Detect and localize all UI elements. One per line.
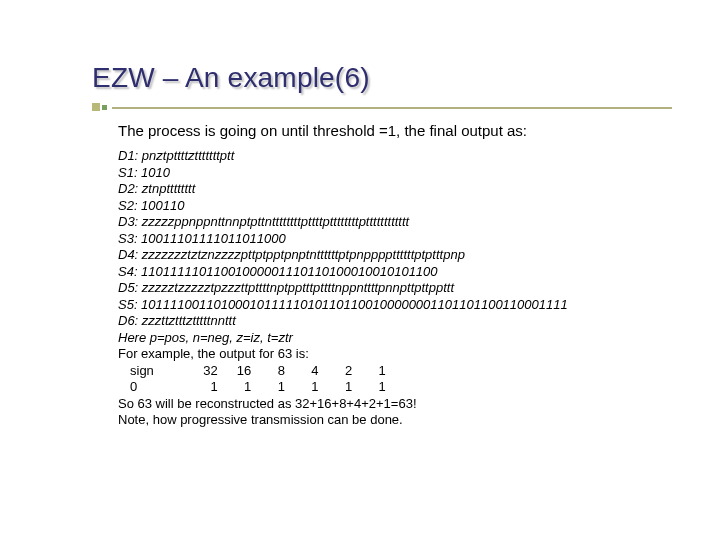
bullet-small-square-icon — [102, 105, 107, 110]
col-header: 4 — [289, 363, 319, 380]
cell: 1 — [356, 379, 386, 396]
example-recon: So 63 will be reconstructed as 32+16+8+4… — [118, 396, 568, 413]
example-table: sign 32 16 8 4 2 1 0 1 1 1 1 1 1 — [118, 363, 568, 396]
cell: 1 — [322, 379, 352, 396]
cell: 1 — [221, 379, 251, 396]
cell: 1 — [255, 379, 285, 396]
col-header: 32 — [188, 363, 218, 380]
line-here: Here p=pos, n=neg, z=iz, t=ztr — [118, 330, 568, 347]
row-label-sign: sign — [118, 363, 184, 380]
example-note: Note, how progressive transmission can b… — [118, 412, 568, 429]
slide-body: D1: pnztpttttztttttttptt S1: 1010 D2: zt… — [118, 148, 568, 429]
divider-line — [112, 107, 672, 109]
line-s1: S1: 1010 — [118, 165, 568, 182]
title-wrap: EZW – An example(6) — [92, 62, 370, 94]
line-d6: D6: zzzttztttztttttnnttt — [118, 313, 568, 330]
table-row: 0 1 1 1 1 1 1 — [118, 379, 568, 396]
line-d3: D3: zzzzzppnppnttnnptpttnttttttttpttttpt… — [118, 214, 568, 231]
line-s5: S5: 101111001101000101111101011011001000… — [118, 297, 568, 314]
table-row: sign 32 16 8 4 2 1 — [118, 363, 568, 380]
line-d5: D5: zzzzztzzzzztpzzzttpttttnptpptttptttt… — [118, 280, 568, 297]
slide-title: EZW – An example(6) — [92, 62, 370, 94]
line-d2: D2: ztnptttttttt — [118, 181, 568, 198]
bullet-square-icon — [92, 103, 100, 111]
col-header: 2 — [322, 363, 352, 380]
cell: 1 — [188, 379, 218, 396]
slide-subtitle: The process is going on until threshold … — [118, 122, 527, 139]
slide: EZW – An example(6) The process is going… — [0, 0, 720, 540]
line-s2: S2: 100110 — [118, 198, 568, 215]
col-header: 1 — [356, 363, 386, 380]
line-s3: S3: 10011101111011011000 — [118, 231, 568, 248]
line-d1: D1: pnztpttttztttttttptt — [118, 148, 568, 165]
row-label-zero: 0 — [118, 379, 184, 396]
line-d4: D4: zzzzzzztztznzzzzpttptpptpnptnttttttp… — [118, 247, 568, 264]
line-s4: S4: 110111110110010000011101101000100101… — [118, 264, 568, 281]
col-header: 8 — [255, 363, 285, 380]
title-underline — [92, 106, 652, 110]
cell: 1 — [289, 379, 319, 396]
col-header: 16 — [221, 363, 251, 380]
example-intro: For example, the output for 63 is: — [118, 346, 568, 363]
